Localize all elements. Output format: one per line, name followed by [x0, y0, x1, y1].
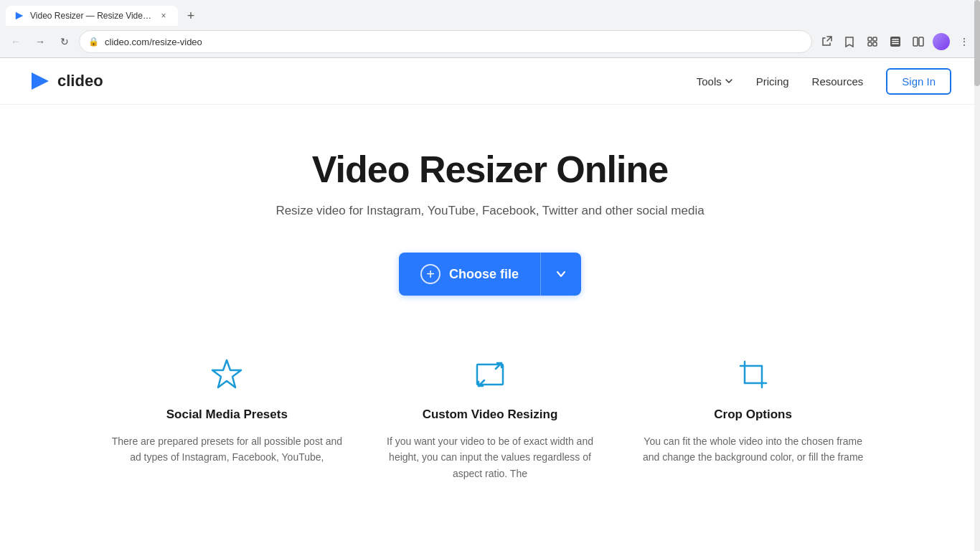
tab-favicon: [14, 11, 24, 21]
chevron-down-icon: [555, 268, 567, 280]
svg-rect-6: [892, 39, 899, 40]
svg-marker-11: [32, 72, 49, 90]
svg-marker-0: [16, 12, 24, 20]
main-nav: Tools Pricing Resources Sign In: [697, 68, 951, 95]
svg-rect-1: [868, 37, 872, 41]
svg-rect-4: [873, 42, 877, 46]
logo-icon: [29, 70, 52, 93]
features-section: Social Media Presets There are prepared …: [95, 339, 885, 481]
svg-rect-13: [477, 364, 503, 385]
feature-3-desc: You can fit the whole video into the cho…: [636, 433, 870, 466]
back-button[interactable]: ←: [6, 32, 26, 52]
forward-button[interactable]: →: [30, 32, 50, 52]
share-button[interactable]: [816, 32, 837, 52]
url-text: clideo.com/resize-video: [105, 37, 803, 47]
reload-button[interactable]: ↻: [55, 32, 75, 52]
page-title: Video Resizer Online: [312, 148, 668, 191]
choose-file-main[interactable]: + Choose file: [399, 253, 540, 296]
profile-button[interactable]: [885, 32, 905, 52]
url-bar[interactable]: 🔒 clideo.com/resize-video: [79, 30, 812, 53]
tools-nav-link[interactable]: Tools: [697, 75, 733, 88]
svg-rect-10: [919, 37, 923, 46]
choose-file-dropdown-button[interactable]: [541, 253, 581, 296]
tab-title: Video Resizer — Resize Video On...: [30, 11, 152, 21]
scrollbar-track: [974, 0, 980, 510]
nav-bar: ← → ↻ 🔒 clideo.com/resize-video: [0, 26, 980, 57]
logo[interactable]: clideo: [29, 70, 103, 93]
svg-rect-8: [892, 43, 899, 44]
svg-rect-9: [913, 37, 918, 46]
browser-chrome: Video Resizer — Resize Video On... × + ←…: [0, 0, 980, 58]
star-icon: [205, 353, 248, 396]
feature-2-title: Custom Video Resizing: [423, 408, 558, 422]
active-tab[interactable]: Video Resizer — Resize Video On... ×: [6, 6, 178, 26]
svg-rect-3: [868, 42, 872, 46]
feature-1-title: Social Media Presets: [166, 408, 288, 422]
avatar[interactable]: [931, 32, 951, 52]
logo-text: clideo: [57, 72, 103, 90]
resize-icon: [468, 353, 512, 396]
feature-social-media-presets: Social Media Presets There are prepared …: [110, 353, 344, 481]
feature-1-desc: There are prepared presets for all possi…: [110, 433, 344, 466]
page-subtitle: Resize video for Instagram, YouTube, Fac…: [275, 204, 704, 218]
feature-custom-resizing: Custom Video Resizing If you want your v…: [373, 353, 608, 481]
pricing-nav-link[interactable]: Pricing: [756, 75, 789, 88]
crop-icon: [732, 353, 775, 396]
tab-close-button[interactable]: ×: [158, 10, 169, 22]
site-header: clideo Tools Pricing Resources Sign In: [0, 58, 980, 105]
sign-in-button[interactable]: Sign In: [886, 68, 951, 95]
scrollbar-thumb[interactable]: [974, 0, 980, 86]
resources-nav-link[interactable]: Resources: [812, 75, 864, 88]
svg-rect-7: [892, 41, 899, 42]
new-tab-button[interactable]: +: [181, 6, 201, 26]
choose-file-label: Choose file: [449, 267, 519, 282]
choose-file-container[interactable]: + Choose file: [399, 253, 581, 296]
feature-2-desc: If you want your video to be of exact wi…: [373, 433, 608, 481]
bookmark-button[interactable]: [839, 32, 859, 52]
svg-marker-12: [212, 360, 241, 387]
user-avatar: [933, 33, 950, 50]
feature-crop-options: Crop Options You can fit the whole video…: [636, 353, 870, 481]
split-view-button[interactable]: [908, 32, 928, 52]
main-content: Video Resizer Online Resize video for In…: [0, 105, 980, 510]
plus-icon: +: [420, 264, 440, 284]
feature-3-title: Crop Options: [714, 408, 792, 422]
menu-button[interactable]: ⋮: [954, 32, 974, 52]
tab-bar: Video Resizer — Resize Video On... × +: [0, 0, 980, 26]
svg-rect-2: [873, 37, 877, 41]
lock-icon: 🔒: [88, 37, 99, 47]
extension-button[interactable]: [862, 32, 882, 52]
nav-actions: ⋮: [816, 32, 974, 52]
chevron-down-icon: [725, 77, 733, 85]
